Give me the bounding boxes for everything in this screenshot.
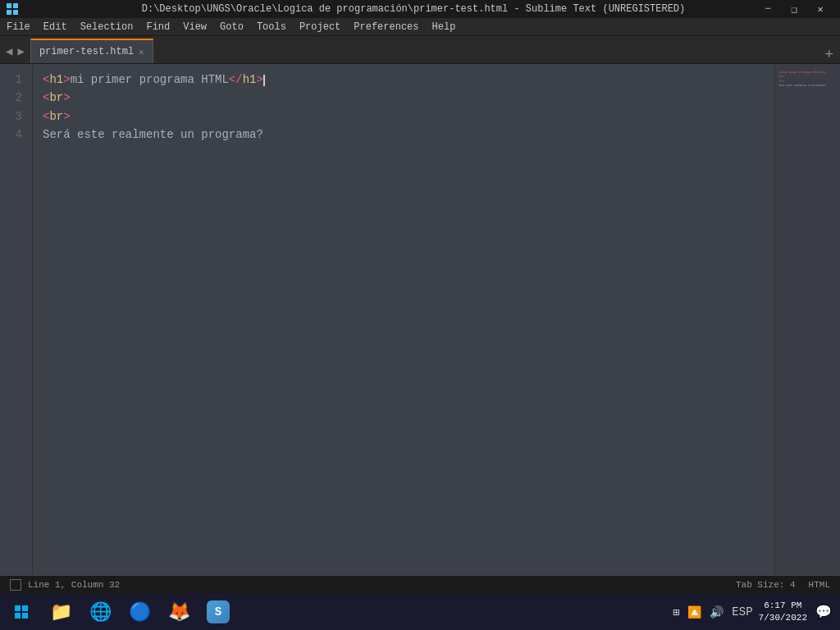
minimap: <h1>mi primer programa HTML</h1> <br> <b… (774, 64, 840, 576)
clock-date: 7/30/2022 (759, 612, 807, 624)
status-left: Line 1, Column 32 (10, 579, 120, 591)
tab-prev-arrow[interactable]: ◀ (3, 44, 15, 58)
menu-goto[interactable]: Goto (213, 18, 250, 35)
menu-find[interactable]: Find (139, 18, 176, 35)
window-controls: − ❑ ✕ (755, 0, 833, 18)
text-content: mi primer programa HTML (71, 73, 229, 86)
tag-bracket: > (63, 73, 70, 86)
file-explorer-icon[interactable]: 📁 (43, 594, 79, 630)
new-tab-button[interactable]: + (818, 47, 840, 63)
code-line-1: <h1>mi primer programa HTML</h1> (43, 71, 768, 89)
text-cursor (263, 75, 265, 86)
tag-bracket-close: </ (229, 73, 243, 86)
status-bar: Line 1, Column 32 Tab Size: 4 HTML (0, 576, 840, 594)
tag-bracket: > (63, 110, 70, 123)
line-number: 2 (7, 89, 22, 107)
status-tab-size[interactable]: Tab Size: 4 (736, 580, 796, 590)
tag-bracket-end: > (256, 73, 262, 86)
window-title: D:\Desktop\UNGS\Oracle\Logica de program… (72, 3, 755, 15)
tab-nav-arrows: ◀ ▶ (0, 39, 30, 63)
menu-preferences[interactable]: Preferences (347, 18, 425, 35)
tab-close-button[interactable]: ✕ (139, 47, 144, 57)
tag-bracket: > (63, 91, 70, 104)
minimize-button[interactable]: − (755, 0, 781, 18)
clock-time: 6:17 PM (759, 600, 807, 612)
network-icon[interactable]: 🔼 (685, 605, 704, 619)
start-button[interactable] (3, 594, 39, 630)
menu-selection[interactable]: Selection (74, 18, 140, 35)
minimap-content: <h1>mi primer programa HTML</h1> <br> <b… (775, 64, 840, 95)
sublime-icon-graphic: S (207, 600, 230, 623)
active-tab[interactable]: primer-test.html ✕ (30, 39, 153, 63)
code-editor[interactable]: <h1>mi primer programa HTML</h1> <br> <b… (33, 64, 774, 576)
taskbar-right: ⊞ 🔼 🔊 ESP 6:17 PM 7/30/2022 💬 (670, 594, 837, 630)
line-number: 3 (7, 107, 22, 126)
close-button[interactable]: ✕ (807, 0, 833, 18)
menu-edit[interactable]: Edit (37, 18, 74, 35)
maximize-button[interactable]: ❑ (781, 0, 807, 18)
windows-logo (15, 605, 28, 619)
notification-button[interactable]: 💬 (810, 594, 837, 630)
tag-name-br: br (49, 91, 63, 104)
line-number: 4 (7, 126, 22, 144)
language-indicator[interactable]: ESP (729, 605, 755, 619)
tab-filename: primer-test.html (39, 46, 134, 57)
taskbar-show-desktop[interactable]: ⊞ (670, 605, 682, 619)
code-line-2: <br> (43, 89, 768, 107)
menu-project[interactable]: Project (293, 18, 347, 35)
menu-file[interactable]: File (0, 18, 37, 35)
tag-name-h1-close: h1 (243, 73, 257, 86)
plain-text: Será este realmente un programa? (43, 128, 263, 141)
menu-view[interactable]: View (176, 18, 213, 35)
tag-name-br2: br (49, 110, 63, 123)
menu-bar: File Edit Selection Find View Goto Tools… (0, 18, 840, 36)
menu-help[interactable]: Help (426, 18, 463, 35)
status-right: Tab Size: 4 HTML (736, 580, 830, 590)
tag-name-h1: h1 (49, 73, 63, 86)
code-line-3: <br> (43, 107, 768, 126)
title-bar: D:\Desktop\UNGS\Oracle\Logica de program… (0, 0, 840, 18)
editor[interactable]: 1 2 3 4 <h1>mi primer programa HTML</h1>… (0, 64, 840, 576)
line-numbers: 1 2 3 4 (0, 64, 33, 576)
taskbar-left: 📁 🌐 🔵 🦊 S (3, 594, 236, 630)
sublime-text-icon[interactable]: S (200, 594, 236, 630)
line-number: 1 (7, 71, 22, 89)
minimap-hint (833, 69, 840, 72)
tab-bar: ◀ ▶ primer-test.html ✕ + (0, 36, 840, 64)
volume-icon[interactable]: 🔊 (707, 605, 726, 619)
menu-tools[interactable]: Tools (250, 18, 293, 35)
status-language[interactable]: HTML (809, 580, 830, 590)
edge-browser-icon[interactable]: 🌐 (82, 594, 118, 630)
system-clock[interactable]: 6:17 PM 7/30/2022 (759, 600, 807, 625)
firefox-browser-icon[interactable]: 🦊 (161, 594, 197, 630)
taskbar: 📁 🌐 🔵 🦊 S ⊞ 🔼 🔊 ESP 6:17 PM 7/30/2022 💬 (0, 594, 840, 630)
tab-next-arrow[interactable]: ▶ (15, 44, 26, 58)
status-checkbox[interactable] (10, 579, 21, 591)
mini-line: Será este realmente un programa? (778, 84, 837, 88)
chrome-browser-icon[interactable]: 🔵 (121, 594, 158, 630)
code-line-4: Será este realmente un programa? (43, 126, 768, 144)
status-position: Line 1, Column 32 (28, 580, 120, 590)
